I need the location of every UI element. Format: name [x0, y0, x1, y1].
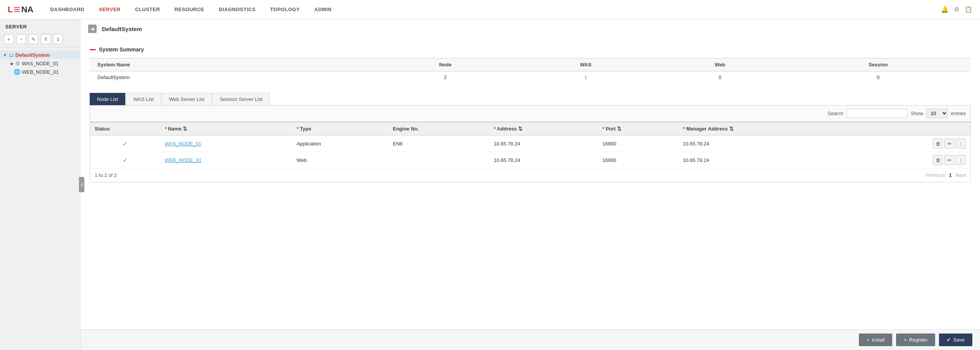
nav-cluster[interactable]: CLUSTER	[133, 7, 161, 12]
col-status: Status	[90, 122, 160, 135]
install-button[interactable]: + Install	[859, 333, 893, 346]
summary-col-system-name: System Name	[90, 58, 373, 71]
table-section: Search Show 10 25 50 100 entries	[90, 105, 971, 182]
summary-col-session: Session	[786, 58, 971, 71]
col-actions	[850, 122, 970, 135]
sidebar-collapse-handle[interactable]: ‖	[79, 177, 84, 192]
table-row: ✓ WEB_NODE_01 Web 10.65.78.24 16900 10.6…	[90, 152, 970, 168]
move-down-button[interactable]: ⇓	[53, 34, 63, 44]
col-address: * Address ⇅	[489, 122, 598, 135]
row1-actions: 🗑 ✏ ⋮	[850, 135, 970, 152]
row1-edit-button[interactable]: ✏	[944, 139, 954, 149]
sidebar: SERVER + − ✎ ⇑ ⇓ ▼ 🗂 DefaultSystem ▶ ⚙ W…	[0, 19, 80, 350]
register-button[interactable]: + Register	[896, 333, 935, 346]
summary-row: DefaultSystem 2 1 0 0	[90, 71, 971, 84]
summary-node-count: 2	[373, 71, 517, 84]
collapse-sidebar-button[interactable]: ◀	[88, 25, 97, 33]
tab-session-server-list[interactable]: Session Server List	[212, 93, 270, 105]
summary-table: System Name Node WAS Web Session Default…	[90, 58, 971, 84]
summary-web-count: 0	[654, 71, 786, 84]
table-controls: Search Show 10 25 50 100 entries	[90, 106, 970, 122]
row2-more-button[interactable]: ⋮	[956, 155, 966, 165]
add-button[interactable]: +	[4, 34, 14, 44]
page-number[interactable]: 1	[949, 172, 952, 178]
previous-button[interactable]: Previous	[926, 172, 945, 178]
summary-was-count[interactable]: 1	[517, 71, 655, 84]
sidebar-item-web-node[interactable]: 🌐 WEB_NODE_01	[0, 68, 80, 76]
row1-type: Application	[292, 135, 388, 152]
pagination-info: 1 to 2 of 2	[95, 172, 117, 178]
tree-label-defaultsystem: DefaultSystem	[15, 52, 50, 58]
save-check-icon: ✔	[947, 337, 951, 343]
logo: L NA	[8, 5, 33, 15]
show-select[interactable]: 10 25 50 100	[926, 109, 948, 118]
row2-name-link[interactable]: WEB_NODE_01	[165, 157, 202, 163]
bottom-toolbar: + Install + Register ✔ Save	[80, 329, 980, 350]
sidebar-toolbar: + − ✎ ⇑ ⇓	[0, 33, 80, 48]
nav-resource[interactable]: RESOURCE	[173, 7, 206, 12]
row2-edit-button[interactable]: ✏	[944, 155, 954, 165]
summary-session-count: 0	[786, 71, 971, 84]
row1-name: WAS_NODE_01	[160, 135, 292, 152]
col-type: * Type	[292, 122, 388, 135]
row1-delete-button[interactable]: 🗑	[933, 139, 943, 149]
web-server-icon: 🌐	[14, 69, 20, 75]
tab-was-list[interactable]: WAS List	[126, 93, 161, 105]
tabs: Node List WAS List Web Server List Sessi…	[90, 93, 971, 105]
row2-engine-no	[388, 152, 489, 168]
bell-icon[interactable]: 🔔	[941, 6, 949, 13]
nav-admin[interactable]: ADMIN	[313, 7, 333, 12]
summary-col-was: WAS	[517, 58, 655, 71]
nav-diagnostics[interactable]: DIAGNOSTICS	[217, 7, 257, 12]
folder-icon: 🗂	[8, 52, 14, 58]
status-check-icon: ✓	[123, 140, 128, 147]
section-title: System Summary	[90, 46, 971, 53]
nav-dashboard[interactable]: DASHBOARD	[49, 7, 86, 12]
row1-engine-no: EN8	[388, 135, 489, 152]
row2-delete-button[interactable]: 🗑	[933, 155, 943, 165]
move-up-button[interactable]: ⇑	[41, 34, 51, 44]
tree-arrow-was: ▶	[11, 61, 14, 66]
register-plus-icon: +	[904, 337, 907, 343]
section-bar-icon	[90, 49, 96, 50]
row2-name: WEB_NODE_01	[160, 152, 292, 168]
section-label: System Summary	[99, 46, 144, 53]
search-input[interactable]	[846, 109, 908, 118]
tab-node-list[interactable]: Node List	[90, 93, 125, 105]
nav-items: DASHBOARD SERVER CLUSTER RESOURCE DIAGNO…	[49, 7, 941, 12]
row2-port: 16900	[598, 152, 678, 168]
minus-button[interactable]: −	[16, 34, 26, 44]
row2-address: 10.65.78.24	[489, 152, 598, 168]
row1-address: 10.65.78.24	[489, 135, 598, 152]
status-check-icon-2: ✓	[123, 157, 128, 163]
nav-server[interactable]: SERVER	[97, 7, 122, 12]
row1-manager-address: 10.65.78.24	[678, 135, 850, 152]
inner-content: System Summary System Name Node WAS Web …	[80, 39, 980, 329]
next-button[interactable]: Next	[955, 172, 966, 178]
search-label: Search	[827, 111, 843, 116]
col-port: * Port ⇅	[598, 122, 678, 135]
data-table: Status * Name ⇅ * Type Engine No. * Addr…	[90, 122, 970, 168]
main-layout: SERVER + − ✎ ⇑ ⇓ ▼ 🗂 DefaultSystem ▶ ⚙ W…	[0, 19, 980, 350]
row1-more-button[interactable]: ⋮	[956, 139, 966, 149]
user-icon[interactable]: 📋	[965, 6, 972, 13]
sidebar-item-was-node[interactable]: ▶ ⚙ WAS_NODE_01	[0, 59, 80, 68]
tab-web-server-list[interactable]: Web Server List	[162, 93, 212, 105]
nav-topology[interactable]: TOPOLOGY	[269, 7, 301, 12]
sidebar-item-defaultsystem[interactable]: ▼ 🗂 DefaultSystem	[0, 51, 80, 59]
table-footer: 1 to 2 of 2 Previous 1 Next	[90, 168, 970, 182]
col-engine-no: Engine No.	[388, 122, 489, 135]
pagination: Previous 1 Next	[926, 172, 966, 178]
edit-button[interactable]: ✎	[28, 34, 38, 44]
page-title: DefaultSystem	[102, 26, 142, 32]
install-plus-icon: +	[867, 337, 870, 343]
save-button[interactable]: ✔ Save	[939, 333, 972, 346]
nav-icons: 🔔 ⚙ 📋	[941, 6, 972, 13]
row1-status: ✓	[90, 135, 160, 152]
row1-name-link[interactable]: WAS_NODE_01	[165, 141, 202, 147]
col-name: * Name ⇅	[160, 122, 292, 135]
server-group-icon: ⚙	[15, 60, 20, 66]
show-label: Show	[911, 111, 923, 116]
col-manager-address: * Manager Address ⇅	[678, 122, 850, 135]
gear-icon[interactable]: ⚙	[954, 6, 959, 13]
